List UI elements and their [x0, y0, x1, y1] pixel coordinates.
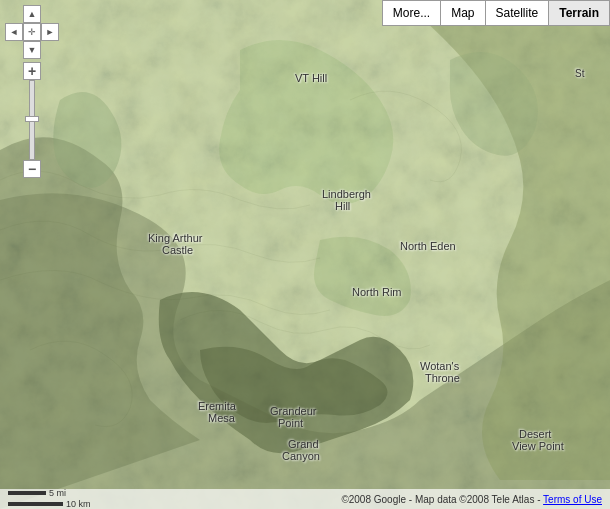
scale-label-mi: 5 mi [49, 488, 66, 498]
map-background [0, 0, 610, 509]
zoom-slider-thumb[interactable] [25, 116, 39, 122]
nav-controls: ▲ ◄ ✛ ► ▼ + − [5, 5, 59, 178]
nav-center-button[interactable]: ✛ [23, 23, 41, 41]
scale-row-mi: 5 mi [8, 488, 66, 498]
nav-cross: ▲ ◄ ✛ ► ▼ [5, 5, 59, 59]
nav-up-button[interactable]: ▲ [23, 5, 41, 23]
copyright-text: ©2008 Google - Map data ©2008 Tele Atlas… [341, 494, 543, 505]
more-button[interactable]: More... [383, 1, 441, 25]
zoom-out-button[interactable]: − [23, 160, 41, 178]
bottom-bar: 5 mi 10 km ©2008 Google - Map data ©2008… [0, 489, 610, 509]
nav-left-button[interactable]: ◄ [5, 23, 23, 41]
nav-corner-tr [41, 5, 59, 23]
map-button[interactable]: Map [441, 1, 485, 25]
satellite-button[interactable]: Satellite [486, 1, 550, 25]
toolbar: More... Map Satellite Terrain [382, 0, 610, 26]
scale-row-km: 10 km [8, 499, 91, 509]
scale-bar: 5 mi 10 km [8, 488, 91, 509]
terms-of-use-link[interactable]: Terms of Use [543, 494, 602, 505]
nav-corner-br [41, 41, 59, 59]
scale-label-km: 10 km [66, 499, 91, 509]
zoom-slider-track[interactable] [29, 80, 35, 160]
scale-line-km [8, 502, 63, 506]
zoom-in-button[interactable]: + [23, 62, 41, 80]
nav-down-button[interactable]: ▼ [23, 41, 41, 59]
zoom-control: + − [23, 62, 41, 178]
copyright-bar: ©2008 Google - Map data ©2008 Tele Atlas… [341, 494, 602, 505]
nav-right-button[interactable]: ► [41, 23, 59, 41]
scale-line-mi [8, 491, 46, 495]
terrain-button[interactable]: Terrain [549, 1, 609, 25]
map-container[interactable]: VT Hill Lindbergh Hill North Rim North E… [0, 0, 610, 509]
nav-corner-tl [5, 5, 23, 23]
nav-corner-bl [5, 41, 23, 59]
